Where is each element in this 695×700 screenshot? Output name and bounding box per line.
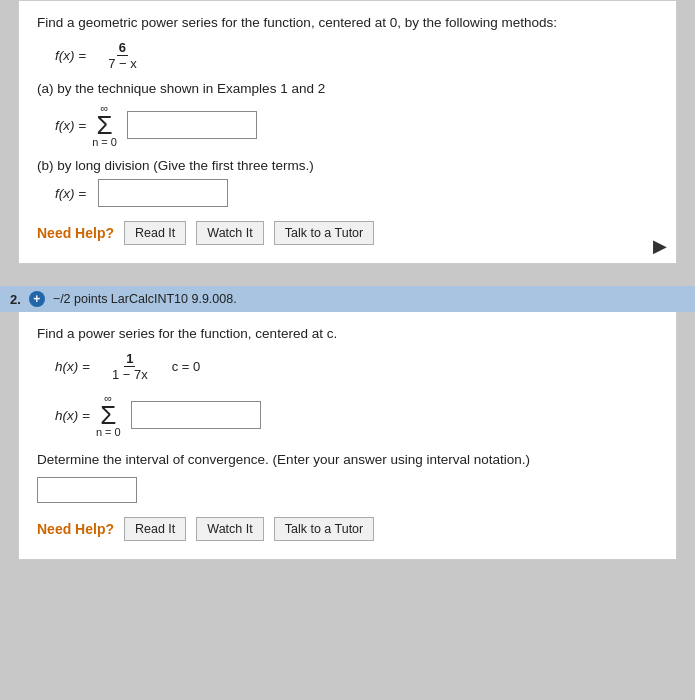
problem1-fx-label: f(x) = <box>55 48 86 63</box>
problem1-fraction: 6 7 − x <box>106 40 139 71</box>
problem2-hx-label: h(x) = <box>55 359 90 374</box>
problem1-numerator: 6 <box>117 40 128 56</box>
problem1-instruction: Find a geometric power series for the fu… <box>37 15 658 30</box>
problem1-part-a: (a) by the technique shown in Examples 1… <box>37 81 658 96</box>
problem2-numerator: 1 <box>124 351 135 367</box>
watch-it-button-2[interactable]: Watch It <box>196 517 263 541</box>
problem2-c-value: c = 0 <box>172 359 201 374</box>
problem2-sigma-input[interactable] <box>131 401 261 429</box>
sigma1-char: Σ <box>96 112 112 138</box>
talk-tutor-button-2[interactable]: Talk to a Tutor <box>274 517 375 541</box>
problem1-sigma: ∞ Σ n = 0 <box>92 102 117 148</box>
problem1-part-a-label: f(x) = <box>55 118 86 133</box>
problem2-fraction: 1 1 − 7x <box>110 351 150 382</box>
problem2-convergence: Determine the interval of convergence. (… <box>37 452 658 467</box>
problem1-sigma-row: f(x) = ∞ Σ n = 0 <box>55 102 658 148</box>
problem2-instruction: Find a power series for the function, ce… <box>37 326 658 341</box>
problem2-convergence-input[interactable] <box>37 477 137 503</box>
problem2-header: 2. + −/2 points LarCalcINT10 9.9.008. <box>0 286 695 312</box>
problem1-part-b: (b) by long division (Give the first thr… <box>37 158 658 173</box>
problem2-content: Find a power series for the function, ce… <box>18 312 677 560</box>
problem2-number: 2. <box>10 292 21 307</box>
problem1-part-a-input[interactable] <box>127 111 257 139</box>
sigma1-bottom: n = 0 <box>92 136 117 148</box>
watch-it-button-1[interactable]: Watch It <box>196 221 263 245</box>
read-it-button-1[interactable]: Read It <box>124 221 186 245</box>
need-help-label-2: Need Help? <box>37 521 114 537</box>
need-help-row-2: Need Help? Read It Watch It Talk to a Tu… <box>37 517 658 541</box>
problem2-denominator: 1 − 7x <box>110 367 150 382</box>
sigma2-bottom: n = 0 <box>96 426 121 438</box>
problem1-part-b-input[interactable] <box>98 179 228 207</box>
problem1-part-b-row: f(x) = <box>55 179 658 207</box>
sigma2-char: Σ <box>100 402 116 428</box>
problem2-sigma: ∞ Σ n = 0 <box>96 392 121 438</box>
talk-tutor-button-1[interactable]: Talk to a Tutor <box>274 221 375 245</box>
problem1-function: f(x) = 6 7 − x <box>55 40 658 71</box>
problem1-denominator: 7 − x <box>106 56 139 71</box>
problem2-convergence-input-row <box>37 477 658 503</box>
problem2-function: h(x) = 1 1 − 7x c = 0 <box>55 351 658 382</box>
gray-divider <box>0 264 695 286</box>
plus-badge: + <box>29 291 45 307</box>
problem2-answer-label: h(x) = <box>55 408 90 423</box>
problem1-part-b-label: f(x) = <box>55 186 86 201</box>
need-help-row-1: Need Help? Read It Watch It Talk to a Tu… <box>37 221 658 245</box>
problem2-points: −/2 points LarCalcINT10 9.9.008. <box>53 292 237 306</box>
read-it-button-2[interactable]: Read It <box>124 517 186 541</box>
problem2-sigma-row: h(x) = ∞ Σ n = 0 <box>55 392 658 438</box>
need-help-label-1: Need Help? <box>37 225 114 241</box>
